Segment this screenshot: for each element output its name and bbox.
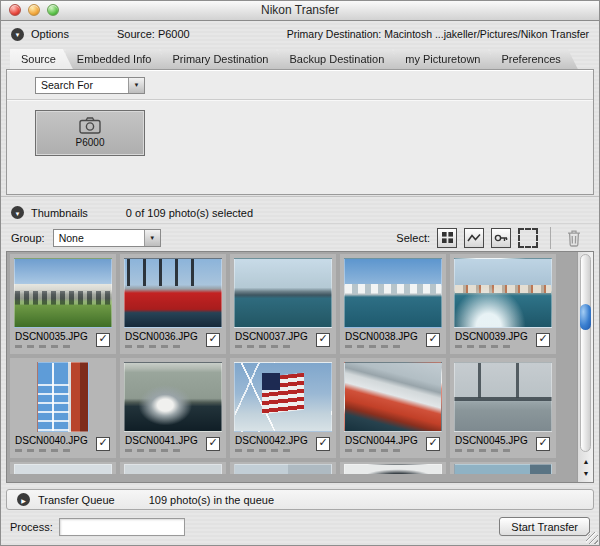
thumbnail-cell[interactable]: DSCN0045.JPG ✓ [450, 358, 556, 458]
queue-disclosure-button[interactable]: ▶ [17, 493, 30, 506]
options-disclosure-button[interactable]: ▼ [11, 28, 24, 41]
transfer-queue-bar: ▶ Transfer Queue 109 photo(s) in the que… [6, 489, 594, 510]
search-for-dropdown[interactable]: Search For ▼ [35, 77, 145, 94]
photo-thumbnail[interactable] [454, 258, 552, 328]
photo-checkbox[interactable]: ✓ [96, 437, 110, 451]
photo-filename: DSCN0041.JPG [125, 435, 198, 446]
photo-checkbox[interactable]: ✓ [536, 437, 550, 451]
attribute-dashes [125, 345, 181, 348]
tab-primary-destination[interactable]: Primary Destination [161, 49, 285, 69]
scrollbar-track[interactable] [580, 254, 591, 452]
vertical-scrollbar[interactable]: ▲ ▼ [577, 252, 593, 482]
thumbnail-cell[interactable]: DSCN0035.JPG ✓ [10, 254, 116, 354]
scroll-down-arrow-icon[interactable]: ▼ [583, 468, 590, 480]
dropdown-arrow-icon: ▼ [128, 78, 144, 93]
select-marked-button[interactable] [464, 228, 484, 248]
thumbnails-label: Thumbnails [31, 207, 88, 219]
photo-thumbnail[interactable] [234, 362, 332, 432]
photo-checkbox[interactable]: ✓ [316, 437, 330, 451]
close-button[interactable] [9, 4, 21, 16]
start-transfer-button[interactable]: Start Transfer [499, 517, 590, 536]
select-all-button[interactable] [437, 228, 457, 248]
thumbnail-cell-partial[interactable] [340, 462, 446, 474]
thumbnail-cell[interactable]: DSCN0040.JPG ✓ [10, 358, 116, 458]
zoom-button[interactable] [47, 4, 59, 16]
photo-filename: DSCN0039.JPG [455, 331, 528, 342]
thumbnail-cell[interactable]: DSCN0038.JPG ✓ [340, 254, 446, 354]
thumbnail-cell[interactable]: DSCN0036.JPG ✓ [120, 254, 226, 354]
dropdown-value: None [54, 232, 144, 244]
photo-checkbox[interactable]: ✓ [206, 333, 220, 347]
group-dropdown[interactable]: None ▼ [53, 229, 161, 247]
triangle-down-icon: ▼ [15, 32, 21, 38]
checkmark-icon: ✓ [428, 333, 437, 344]
thumbnail-cell-partial[interactable] [230, 462, 336, 474]
photo-thumbnail[interactable] [14, 258, 112, 328]
thumbnail-row-partial [10, 462, 577, 474]
thumbnail-row: DSCN0040.JPG ✓ DSCN0041.JPG ✓ DSCN0042.J… [10, 358, 577, 458]
tab-embedded-info[interactable]: Embedded Info [66, 49, 169, 69]
photo-checkbox[interactable]: ✓ [316, 333, 330, 347]
attribute-dashes [345, 345, 401, 348]
tab-my-picturetown[interactable]: my Picturetown [394, 49, 497, 69]
tab-source[interactable]: Source [10, 49, 73, 69]
photo-thumbnail[interactable] [344, 258, 442, 328]
photo-checkbox[interactable]: ✓ [96, 333, 110, 347]
checkmark-icon: ✓ [98, 437, 107, 448]
photo-thumbnail[interactable] [124, 362, 222, 432]
thumbnail-cell[interactable]: DSCN0041.JPG ✓ [120, 358, 226, 458]
group-select-row: Group: None ▼ Select: [1, 224, 599, 251]
photo-filename: DSCN0045.JPG [455, 435, 528, 446]
thumbnail-cell-partial[interactable] [450, 462, 556, 474]
resize-grip[interactable] [586, 532, 598, 544]
thumbnails-disclosure-button[interactable]: ▼ [11, 206, 24, 219]
transfer-queue-label: Transfer Queue [38, 494, 115, 506]
checkmark-icon: ✓ [208, 333, 217, 344]
triangle-down-icon: ▼ [134, 82, 140, 88]
thumbnail-cell[interactable]: DSCN0037.JPG ✓ [230, 254, 336, 354]
photo-filename: DSCN0035.JPG [15, 331, 88, 342]
thumbnail-cell[interactable]: DSCN0042.JPG ✓ [230, 358, 336, 458]
primary-destination-summary: Primary Destination: Macintosh ...jakell… [287, 28, 589, 40]
photo-thumbnail[interactable] [37, 362, 89, 432]
device-button-p6000[interactable]: P6000 [35, 110, 145, 156]
deselect-all-button[interactable] [518, 228, 538, 248]
tab-backup-destination[interactable]: Backup Destination [278, 49, 401, 69]
footer-row: Process: Start Transfer [1, 517, 599, 536]
titlebar[interactable]: Nikon Transfer [1, 1, 599, 21]
photo-filename: DSCN0037.JPG [235, 331, 308, 342]
photo-thumbnail[interactable] [454, 362, 552, 432]
select-label: Select: [396, 232, 430, 244]
thumbnail-cell[interactable]: DSCN0044.JPG ✓ [340, 358, 446, 458]
window-controls [9, 4, 59, 16]
source-summary: Source: P6000 [117, 28, 190, 40]
photo-checkbox[interactable]: ✓ [426, 437, 440, 451]
group-label: Group: [11, 232, 45, 244]
attribute-dashes [345, 449, 401, 452]
attribute-dashes [235, 449, 291, 452]
photo-thumbnail[interactable] [124, 258, 222, 328]
thumbnail-cell[interactable]: DSCN0039.JPG ✓ [450, 254, 556, 354]
delete-button[interactable] [563, 227, 585, 249]
device-label: P6000 [76, 137, 105, 148]
options-tab-bar: Source Embedded Info Primary Destination… [1, 47, 599, 69]
photo-thumbnail[interactable] [234, 258, 332, 328]
scrollbar-thumb[interactable] [580, 304, 591, 330]
checkmark-icon: ✓ [538, 333, 547, 344]
attribute-dashes [455, 449, 511, 452]
thumbnail-cell-partial[interactable] [10, 462, 116, 474]
tab-preferences[interactable]: Preferences [490, 49, 577, 69]
attribute-dashes [455, 345, 511, 348]
photo-checkbox[interactable]: ✓ [426, 333, 440, 347]
checkmark-icon: ✓ [98, 333, 107, 344]
photo-checkbox[interactable]: ✓ [206, 437, 220, 451]
triangle-right-icon: ▶ [21, 497, 26, 503]
minimize-button[interactable] [28, 4, 40, 16]
process-field[interactable] [59, 518, 185, 536]
thumbnail-grid: DSCN0035.JPG ✓ DSCN0036.JPG ✓ DSCN0037.J… [6, 251, 594, 483]
scroll-up-arrow-icon[interactable]: ▲ [583, 456, 590, 468]
photo-checkbox[interactable]: ✓ [536, 333, 550, 347]
thumbnail-cell-partial[interactable] [120, 462, 226, 474]
photo-thumbnail[interactable] [344, 362, 442, 432]
select-protected-button[interactable] [491, 228, 511, 248]
